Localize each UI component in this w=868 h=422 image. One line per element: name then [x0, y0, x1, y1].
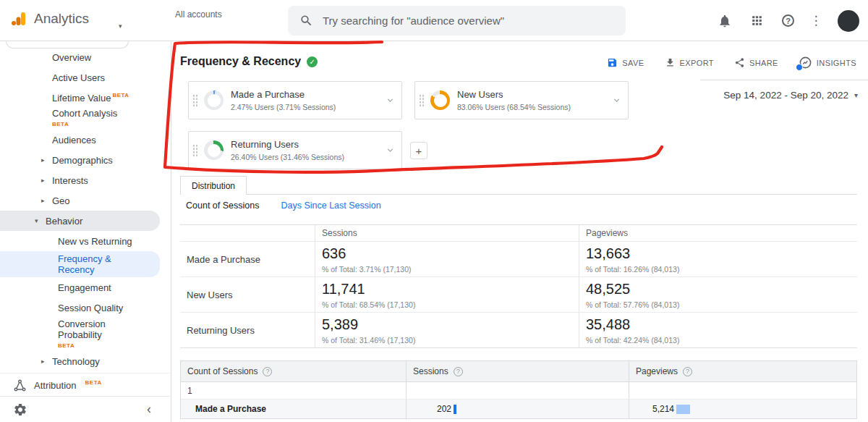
- sidebar-nav: Overview Active Users Lifetime ValueBETA…: [0, 41, 171, 422]
- sidebar-item-interests[interactable]: ▸Interests: [0, 170, 170, 190]
- sidebar-item-session-quality[interactable]: Session Quality: [0, 297, 170, 318]
- segment-donut-chart: [204, 140, 224, 160]
- sidebar-item-attribution[interactable]: Attribution BETA: [0, 373, 170, 397]
- help-icon[interactable]: ?: [782, 14, 794, 27]
- collapse-sidebar-icon[interactable]: ‹: [147, 402, 151, 417]
- report-toolbar: SAVE EXPORT SHARE INSIGHTS: [607, 56, 856, 69]
- sessions-cell: 5,389 % of Total: 31.46% (17,130): [315, 312, 579, 347]
- subtab-days-since-last-session[interactable]: Days Since Last Session: [281, 201, 380, 211]
- chevron-down-icon[interactable]: [386, 145, 395, 155]
- drag-handle-icon[interactable]: [192, 94, 197, 106]
- sessions-cell: 636 % of Total: 3.71% (17,130): [315, 241, 579, 277]
- sidebar-item-cohort-analysis[interactable]: Cohort AnalysisBETA: [0, 108, 170, 130]
- beta-badge: BETA: [112, 92, 129, 98]
- account-breadcrumb[interactable]: All accounts: [175, 9, 222, 20]
- search-input[interactable]: [323, 14, 614, 27]
- pageviews-cell: 13,663 % of Total: 16.26% (84,013): [579, 241, 857, 277]
- row-label: Made a Purchase: [181, 400, 406, 418]
- apps-grid-icon[interactable]: [750, 14, 764, 28]
- pageviews-cell: 5,214: [629, 400, 856, 418]
- column-header-pageviews: Pageviews ?: [629, 361, 856, 382]
- chevron-down-icon[interactable]: [386, 96, 395, 105]
- sidebar-item-technology[interactable]: ▸Technology: [0, 351, 170, 371]
- save-icon: [607, 57, 618, 68]
- row-label: New Users: [180, 277, 315, 312]
- help-tooltip-icon[interactable]: ?: [683, 367, 692, 376]
- sidebar-item-conversion-probability[interactable]: Conversion ProbabilityBETA: [0, 318, 170, 351]
- app-window: Analytics ▾ All accounts ? ⋮: [0, 0, 868, 422]
- page-title: Frequency & Recency: [180, 55, 301, 68]
- account-switcher-caret-icon[interactable]: ▾: [119, 22, 122, 30]
- drag-handle-icon[interactable]: [192, 144, 197, 156]
- report-title-row: Frequency & Recency ✓: [180, 55, 318, 68]
- chevron-right-icon: ▸: [41, 156, 45, 164]
- column-header-sessions: Sessions: [315, 225, 579, 241]
- row-label: Made a Purchase: [180, 241, 315, 277]
- column-header-pageviews: Pageviews: [579, 225, 857, 241]
- beta-badge: BETA: [58, 340, 135, 351]
- brand-name: Analytics: [34, 11, 89, 27]
- segment-card-new-users[interactable]: New Users 83.06% Users (68.54% Sessions): [414, 81, 629, 119]
- chevron-right-icon: ▸: [41, 358, 45, 365]
- sidebar-footer: ‹: [0, 396, 170, 422]
- export-button[interactable]: EXPORT: [665, 57, 714, 68]
- insights-button[interactable]: INSIGHTS: [799, 56, 856, 69]
- drag-handle-icon[interactable]: [419, 94, 424, 106]
- sidebar-item-overview[interactable]: Overview: [0, 47, 170, 67]
- group-row-label: 1: [181, 382, 406, 400]
- export-download-icon: [665, 57, 676, 68]
- notifications-bell-icon[interactable]: [718, 14, 732, 28]
- brand[interactable]: Analytics: [10, 10, 89, 28]
- help-tooltip-icon[interactable]: ?: [263, 367, 272, 376]
- pageviews-bar: [676, 405, 690, 414]
- tab-distribution[interactable]: Distribution: [180, 176, 247, 195]
- chevron-down-icon[interactable]: [612, 96, 621, 105]
- sidebar-item-new-vs-returning[interactable]: New vs Returning: [0, 231, 170, 251]
- share-button[interactable]: SHARE: [734, 57, 778, 68]
- search-bar[interactable]: [288, 6, 626, 35]
- subtab-count-of-sessions[interactable]: Count of Sessions: [186, 201, 259, 211]
- column-header-sessions: Sessions ?: [406, 361, 629, 382]
- settings-gear-icon[interactable]: [13, 402, 27, 417]
- overflow-menu-icon[interactable]: ⋮: [812, 13, 820, 28]
- pageviews-cell: 35,488 % of Total: 42.24% (84,013): [579, 312, 857, 347]
- sidebar-item-frequency-recency[interactable]: Frequency & Recency: [0, 251, 160, 277]
- segment-donut-chart: [430, 90, 450, 110]
- date-range-selector[interactable]: Sep 14, 2022 - Sep 20, 2022 ▾: [700, 80, 868, 110]
- segment-card-made-a-purchase[interactable]: Made a Purchase 2.47% Users (3.71% Sessi…: [188, 81, 402, 119]
- sub-navigation: Count of Sessions Days Since Last Sessio…: [186, 201, 381, 211]
- share-icon: [734, 57, 745, 68]
- sidebar-item-lifetime-value[interactable]: Lifetime ValueBETA: [0, 88, 170, 108]
- tab-bar: Distribution: [180, 176, 857, 195]
- search-icon: [299, 14, 313, 28]
- insights-icon: [799, 56, 812, 69]
- beta-badge: BETA: [85, 379, 102, 386]
- add-segment-button[interactable]: +: [410, 142, 427, 159]
- insights-count-badge: [796, 64, 803, 71]
- sessions-bar: [454, 405, 456, 414]
- column-header-count-of-sessions: Count of Sessions ?: [181, 361, 406, 382]
- chevron-right-icon: ▸: [41, 177, 45, 184]
- save-button[interactable]: SAVE: [607, 57, 644, 68]
- analytics-logo-icon: [10, 10, 27, 28]
- sidebar-item-demographics[interactable]: ▸Demographics: [0, 150, 170, 170]
- user-avatar[interactable]: [838, 10, 859, 32]
- chevron-down-icon: ▾: [854, 91, 858, 99]
- attribution-icon: [13, 379, 27, 392]
- sidebar-item-engagement[interactable]: Engagement: [0, 277, 170, 297]
- help-tooltip-icon[interactable]: ?: [454, 367, 463, 376]
- date-range-value: Sep 14, 2022 - Sep 20, 2022: [723, 90, 848, 101]
- row-label: Returning Users: [180, 312, 315, 347]
- sidebar-item-active-users[interactable]: Active Users: [0, 67, 170, 88]
- summary-table: Sessions Pageviews Made a Purchase 636 %…: [180, 224, 857, 348]
- top-app-bar: Analytics ▾ All accounts ? ⋮: [0, 0, 868, 41]
- sidebar-items: Overview Active Users Lifetime ValueBETA…: [0, 47, 170, 371]
- beta-badge: BETA: [52, 119, 117, 130]
- chevron-right-icon: ▸: [41, 197, 45, 204]
- segment-card-returning-users[interactable]: Returning Users 26.40% Users (31.46% Ses…: [188, 131, 402, 169]
- sidebar-item-geo[interactable]: ▸Geo: [0, 190, 170, 211]
- sessions-cell: 11,741 % of Total: 68.54% (17,130): [315, 277, 579, 312]
- sidebar-item-audiences[interactable]: Audiences: [0, 130, 170, 150]
- sidebar-item-behavior[interactable]: ▾Behavior: [0, 211, 160, 231]
- chevron-down-icon: ▾: [35, 217, 38, 224]
